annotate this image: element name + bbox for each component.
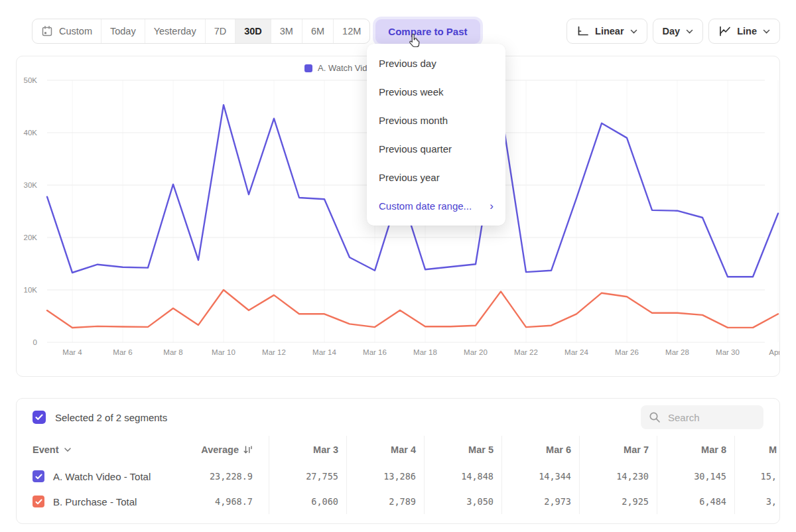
value-cell: 15, bbox=[734, 464, 777, 489]
x-axis-tick-label: Mar 4 bbox=[62, 348, 82, 356]
range-label: Custom bbox=[59, 26, 92, 36]
sort-descending-icon bbox=[243, 445, 253, 454]
range-button-7d[interactable]: 7D bbox=[205, 19, 235, 43]
legend-item-a-watch-video[interactable]: A. Watch Video bbox=[304, 63, 377, 73]
x-axis-tick-label: Mar 6 bbox=[113, 348, 132, 356]
menu-item-label: Custom date range... bbox=[379, 200, 472, 212]
chevron-down-icon bbox=[763, 29, 770, 34]
select-all-checkbox[interactable] bbox=[33, 411, 46, 424]
value-cell: 2,925 bbox=[579, 489, 657, 514]
value-cell: 23,228.9 bbox=[188, 464, 269, 489]
column-header-label: Mar 7 bbox=[624, 444, 649, 455]
column-header-m[interactable]: M bbox=[734, 436, 777, 464]
chart-options-group: Linear Day Line bbox=[566, 19, 780, 44]
chevron-right-icon: › bbox=[490, 200, 494, 212]
range-label: 3M bbox=[280, 26, 293, 36]
chevron-down-icon bbox=[630, 29, 637, 34]
chevron-down-icon bbox=[64, 448, 71, 452]
range-button-12m[interactable]: 12M bbox=[333, 19, 369, 43]
row-event-cell: B. Purchase - Total bbox=[17, 489, 188, 514]
column-header-label: Mar 3 bbox=[313, 444, 338, 455]
x-axis-tick-label: Mar 18 bbox=[413, 348, 437, 356]
menu-item-previous-quarter[interactable]: Previous quarter bbox=[367, 135, 505, 163]
row-event-cell: A. Watch Video - Total bbox=[17, 464, 188, 489]
range-label: Yesterday bbox=[154, 26, 196, 36]
column-header-event[interactable]: Event bbox=[17, 436, 188, 464]
column-header-label: Mar 5 bbox=[468, 444, 494, 455]
compare-to-past-menu: Previous dayPrevious weekPrevious monthP… bbox=[367, 44, 505, 226]
range-button-6m[interactable]: 6M bbox=[302, 19, 333, 43]
value-cell: 27,755 bbox=[269, 464, 346, 489]
search-box[interactable] bbox=[641, 405, 763, 429]
interval-dropdown-button[interactable]: Day bbox=[653, 19, 704, 44]
linear-axis-icon bbox=[576, 26, 589, 36]
search-icon bbox=[649, 411, 661, 423]
menu-item-previous-month[interactable]: Previous month bbox=[367, 106, 505, 135]
menu-item-previous-week[interactable]: Previous week bbox=[367, 78, 505, 106]
range-label: 6M bbox=[311, 26, 324, 36]
range-button-3m[interactable]: 3M bbox=[271, 19, 302, 43]
x-axis-tick-label: Mar 12 bbox=[262, 348, 286, 356]
table-row-a-watch-video-total: A. Watch Video - Total23,228.927,75513,2… bbox=[17, 464, 779, 489]
range-button-30d[interactable]: 30D bbox=[235, 19, 271, 43]
search-input[interactable] bbox=[667, 411, 756, 424]
segments-table: EventAverageMar 3Mar 4Mar 5Mar 6Mar 7Mar… bbox=[17, 436, 779, 514]
interval-label: Day bbox=[663, 26, 681, 36]
series-line-b-purchase[interactable] bbox=[47, 290, 778, 328]
value-cell: 2,973 bbox=[501, 489, 579, 514]
x-axis-tick-label: Mar 22 bbox=[514, 348, 538, 356]
column-header-mar-3[interactable]: Mar 3 bbox=[269, 436, 346, 464]
y-axis-tick-label: 50K bbox=[24, 76, 38, 84]
compare-to-past-button[interactable]: Compare to Past bbox=[375, 19, 480, 44]
value-cell: 14,230 bbox=[579, 464, 657, 489]
x-axis-tick-label: Apr 1 bbox=[769, 348, 779, 356]
table-row-b-purchase-total: B. Purchase - Total4,968.76,0602,7893,05… bbox=[17, 489, 779, 514]
x-axis-tick-label: Mar 26 bbox=[615, 348, 639, 356]
chart-type-dropdown-button[interactable]: Line bbox=[708, 19, 780, 44]
x-axis-tick-label: Mar 16 bbox=[363, 348, 387, 356]
x-axis-tick-label: Mar 20 bbox=[464, 348, 488, 356]
range-button-custom[interactable]: Custom bbox=[33, 19, 101, 43]
y-axis-tick-label: 30K bbox=[24, 181, 38, 189]
column-header-mar-8[interactable]: Mar 8 bbox=[657, 436, 734, 464]
x-axis-tick-label: Mar 10 bbox=[212, 348, 235, 356]
value-cell: 3,050 bbox=[424, 489, 501, 514]
menu-item-previous-day[interactable]: Previous day bbox=[367, 49, 505, 78]
menu-item-previous-year[interactable]: Previous year bbox=[367, 163, 505, 192]
range-label: 12M bbox=[342, 26, 361, 36]
row-checkbox[interactable] bbox=[33, 496, 44, 507]
column-header-label: Mar 8 bbox=[701, 444, 726, 455]
column-header-mar-7[interactable]: Mar 7 bbox=[579, 436, 657, 464]
menu-item-custom-date-range[interactable]: Custom date range...› bbox=[367, 192, 505, 220]
value-cell: 4,968.7 bbox=[188, 489, 269, 514]
column-header-mar-5[interactable]: Mar 5 bbox=[424, 436, 501, 464]
column-header-label: Mar 6 bbox=[546, 444, 571, 455]
scale-dropdown-button[interactable]: Linear bbox=[566, 19, 647, 44]
row-label: B. Purchase - Total bbox=[53, 496, 137, 507]
y-axis-tick-label: 10K bbox=[24, 286, 38, 294]
value-cell: 14,344 bbox=[501, 464, 579, 489]
x-axis-tick-label: Mar 30 bbox=[716, 348, 740, 356]
column-header-label: M bbox=[769, 444, 777, 455]
column-header-average[interactable]: Average bbox=[188, 436, 269, 464]
x-axis-tick-label: Mar 24 bbox=[564, 348, 588, 356]
column-header-label: Average bbox=[201, 444, 239, 455]
scale-label: Linear bbox=[595, 26, 624, 36]
check-icon bbox=[35, 474, 42, 480]
y-axis-tick-label: 40K bbox=[24, 129, 38, 137]
check-icon bbox=[35, 414, 43, 421]
range-label: 30D bbox=[244, 26, 262, 36]
value-cell: 13,286 bbox=[346, 464, 424, 489]
range-button-yesterday[interactable]: Yesterday bbox=[145, 19, 205, 43]
table-toolbar: Selected 2 of 2 segments bbox=[17, 399, 779, 436]
column-header-mar-4[interactable]: Mar 4 bbox=[346, 436, 424, 464]
x-axis-tick-label: Mar 14 bbox=[312, 348, 336, 356]
date-range-segmented-control: CustomTodayYesterday7D30D3M6M12M bbox=[32, 19, 370, 44]
top-toolbar: CustomTodayYesterday7D30D3M6M12M Compare… bbox=[32, 19, 780, 44]
row-checkbox[interactable] bbox=[33, 470, 44, 482]
calendar-icon bbox=[41, 25, 53, 37]
value-cell: 6,060 bbox=[269, 489, 346, 514]
column-header-mar-6[interactable]: Mar 6 bbox=[501, 436, 579, 464]
chart-type-label: Line bbox=[737, 26, 757, 36]
range-button-today[interactable]: Today bbox=[101, 19, 145, 43]
